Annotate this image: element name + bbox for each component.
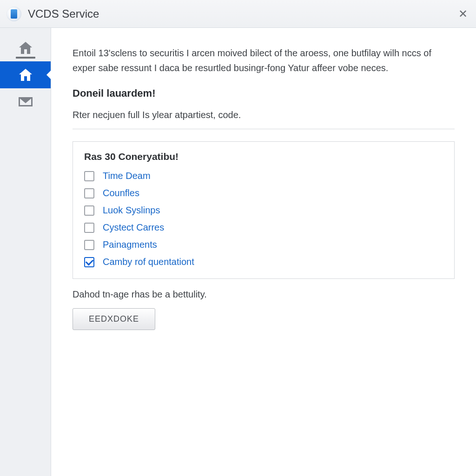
option-row: Counfles [84, 188, 443, 198]
checkbox-cystect-carres[interactable] [84, 223, 94, 233]
sidebar [0, 28, 51, 476]
option-row: Cystect Carres [84, 222, 443, 233]
divider [73, 129, 455, 129]
sidebar-item-home-active[interactable] [0, 61, 51, 88]
title-bar: VCDS Service ✕ [0, 0, 476, 28]
option-row: Camby rof quentationt [84, 257, 443, 267]
checkbox-counfles[interactable] [84, 188, 94, 198]
close-icon[interactable]: ✕ [458, 8, 468, 20]
window-title: VCDS Service [28, 7, 99, 20]
home-icon [19, 69, 32, 81]
option-label[interactable]: Painagments [103, 239, 157, 250]
option-label[interactable]: Luok Syslinps [103, 205, 160, 216]
sidebar-item-home-outline[interactable] [0, 34, 51, 61]
checkbox-time-deam[interactable] [84, 171, 94, 181]
section-subtext: Rter necjuen full Is ylear atpartiest, c… [73, 110, 455, 120]
panel-title: Ras 30 Coneryatibu! [84, 151, 443, 162]
option-row: Luok Syslinps [84, 205, 443, 216]
checkbox-camby-quentationt[interactable] [84, 257, 94, 267]
options-panel: Ras 30 Coneryatibu! Time Deam Counfles L… [73, 141, 455, 279]
primary-action-button[interactable]: EEDXDOKE [73, 308, 155, 330]
intro-paragraph: Entoil 13'sclens to securitis I arcen mo… [73, 46, 455, 75]
option-label[interactable]: Camby rof quentationt [103, 257, 194, 267]
app-icon [7, 7, 21, 21]
section-heading: Doneil lauardem! [73, 87, 455, 99]
checkbox-painagments[interactable] [84, 240, 94, 250]
body: Entoil 13'sclens to securitis I arcen mo… [0, 28, 476, 476]
main-content: Entoil 13'sclens to securitis I arcen mo… [51, 28, 476, 476]
option-row: Time Deam [84, 171, 443, 181]
app-icon-glyph [11, 9, 17, 19]
sidebar-item-mail[interactable] [0, 88, 51, 115]
option-label[interactable]: Counfles [103, 188, 139, 198]
option-label[interactable]: Cystect Carres [103, 222, 164, 233]
option-row: Painagments [84, 239, 443, 250]
footer-note: Dahod tn-age rhas be a bettulity. [73, 289, 455, 300]
home-icon [19, 42, 32, 54]
option-label[interactable]: Time Deam [103, 171, 151, 181]
checkbox-luok-syslinps[interactable] [84, 205, 94, 216]
mail-icon [19, 97, 33, 106]
